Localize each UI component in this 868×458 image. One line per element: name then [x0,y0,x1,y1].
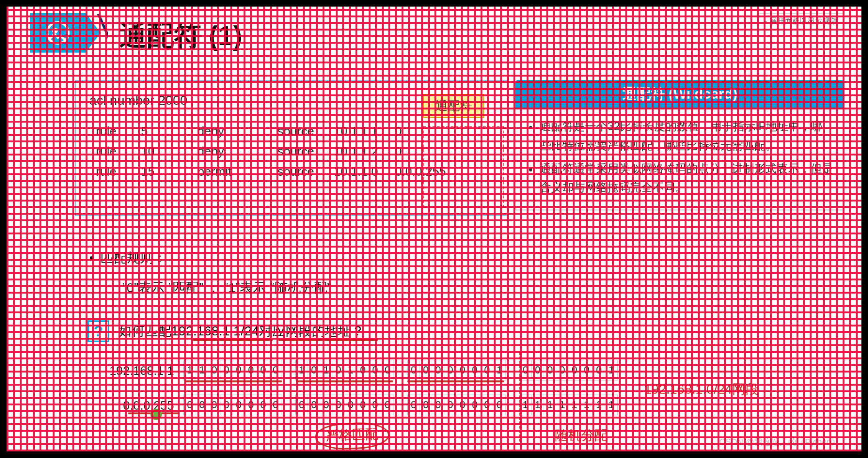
bits-row-1: 11000000101010000000000100000001 [183,360,631,380]
segment-label: 192.168.1.0/24网段 [644,380,758,398]
bit-cell: 0 [369,395,381,415]
bit-cell: 0 [308,395,320,415]
acl-cell: 10.1.1.2 [334,144,395,159]
wildcard-tag: 通配符 [423,94,484,118]
bit-cell: 0 [208,360,221,380]
underline [278,339,378,341]
chevron-outline [89,14,108,52]
bit-cell: 0 [296,395,308,415]
bit-cell: 1 [296,360,308,380]
bit-cell: 0 [257,360,269,380]
bit-cell: 1 [520,395,532,415]
chevron-right-icon: › [765,17,767,26]
bit-cell: 1 [532,395,544,415]
bit-cell: 0 [408,360,420,380]
octet: 00000000 [295,395,394,415]
bit-cell: 0 [469,360,481,380]
acl-cell: 5 [141,124,197,139]
bit-cell: 0 [345,395,357,415]
svg-point-1 [53,29,57,32]
bit-cell: 0 [381,360,394,380]
bit-cell: 0 [420,395,432,415]
acl-cell: 15 [141,164,197,179]
slide-icon [30,13,86,53]
wildcard-panel: 通配符 (Wildcard) 通配符是一个32比特长度的数值，用于指示IP地址中… [515,80,844,210]
bit-cell: 0 [381,395,394,415]
bit-cell: 1 [568,395,581,415]
acl-cell: source [277,164,334,179]
random-label: 随机分配 [555,427,608,444]
bit-cell: 0 [481,395,493,415]
panel-body: 通配符是一个32比特长度的数值，用于指示IP地址中，哪些比特位需要严格匹配，哪些… [515,109,844,210]
bit-cell: 0 [532,360,544,380]
bit-cell: 0 [332,395,345,415]
acl-cell: rule [89,124,141,139]
bit-cell: 1 [320,360,332,380]
acl-cell: source [277,144,334,159]
bit-cell: 0 [581,360,593,380]
acl-cell: 10.1.1.0 [334,164,395,179]
bit-cell: 0 [469,395,481,415]
bit-cell: 0 [432,360,444,380]
bit-cell: 0 [444,395,457,415]
header-rule [249,55,844,56]
bit-cell: 0 [408,395,420,415]
bit-cell: 1 [184,360,196,380]
question-icon: ? [87,320,109,342]
bitrow-label: 0.0.0.255 [99,398,174,413]
acl-cell: deny [197,124,277,139]
octet: 00000000 [183,395,282,415]
bit-cell: 0 [568,360,581,380]
slide-header: 通配符 (1) [14,5,854,56]
underline [193,339,273,341]
bit-cell: 0 [221,395,233,415]
bit-cell: 1 [345,360,357,380]
bit-cell: 1 [593,395,605,415]
bit-cell: 1 [493,360,505,380]
bit-cell: 1 [581,395,593,415]
bit-cell: 0 [269,395,282,415]
bit-cell: 0 [332,360,345,380]
bit-cell: 0 [556,360,568,380]
bit-cell: 0 [457,395,469,415]
bit-cell: 1 [196,360,208,380]
bit-cell: 0 [357,395,369,415]
bit-cell: 0 [420,360,432,380]
redline [185,380,282,382]
bits-row-2: 00000000000000000000000011111111 [183,395,631,415]
bit-cell: 0 [320,395,332,415]
panel-title: 通配符 (Wildcard) [515,80,844,109]
bit-cell: 0 [269,360,282,380]
rules-heading: 匹配规则： [89,249,166,267]
strict-match-label: 严格匹配 [315,421,390,450]
bit-cell: 0 [208,395,221,415]
expand-panel-button[interactable]: › 展开面板以显示视频 [758,13,844,30]
slide-title: 通配符 (1) [119,18,242,54]
octet: 00000001 [407,360,506,380]
question-text: 如何匹配192.168.1.1/24对应网段的地址？ [118,322,364,340]
bit-cell: 0 [221,360,233,380]
bit-cell: 0 [245,395,257,415]
bit-cell: 1 [605,395,617,415]
acl-cell: 10.1.1.1 [334,124,395,139]
redline [296,380,393,382]
bit-cell: 0 [357,360,369,380]
bit-cell: 0 [196,395,208,415]
bit-cell: 0 [493,395,505,415]
bit-cell: 0 [245,360,257,380]
divider-dashed [519,352,521,442]
bit-cell: 0 [593,360,605,380]
acl-cell: rule [89,164,141,179]
bit-cell: 0 [457,360,469,380]
bit-cell: 0 [257,395,269,415]
octet: 00000001 [519,360,618,380]
acl-cell: 10 [141,144,197,159]
watermark: CSDN @我这迷人的《Python》 [719,436,840,448]
rules-text: “0”表示 “匹配” ； “1”表示 “随机分配” [122,279,331,297]
bit-cell: 1 [605,360,617,380]
cursor-dot [150,409,162,420]
bit-cell: 0 [233,395,245,415]
bit-cell: 0 [544,360,556,380]
expand-label: 展开面板以显示视频 [770,16,837,26]
bit-cell: 0 [481,360,493,380]
